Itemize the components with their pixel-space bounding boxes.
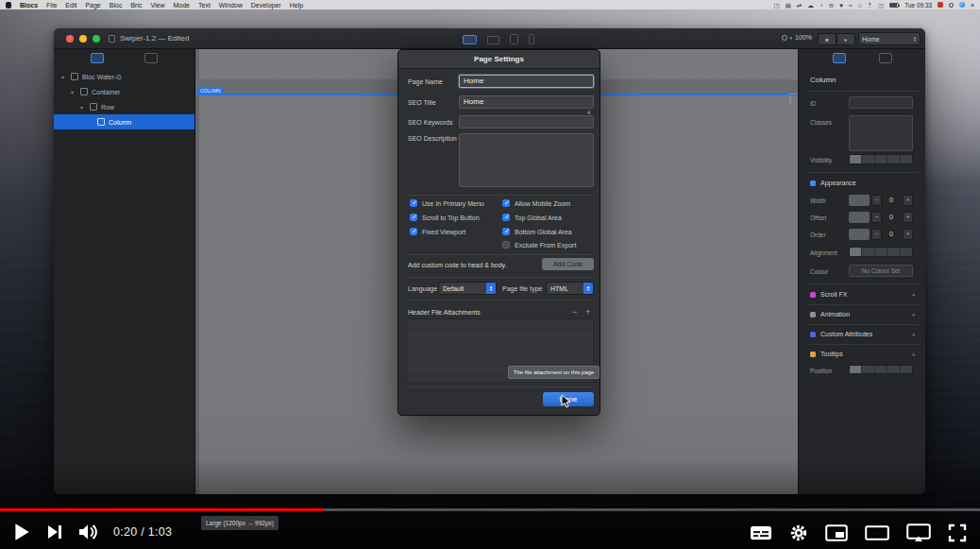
classes-input[interactable] — [849, 115, 913, 151]
checkbox-icon[interactable] — [502, 214, 510, 221]
checkbox-scroll-to-top-button[interactable]: Scroll to Top Button — [410, 214, 480, 221]
battery-icon[interactable] — [889, 3, 899, 8]
disclosure-triangle-icon[interactable]: ▾ — [61, 74, 67, 80]
tree-item-column-selected[interactable]: Column — [54, 114, 194, 129]
theater-mode-button[interactable] — [865, 524, 889, 541]
phone-breakpoint-icon[interactable] — [529, 34, 534, 44]
checkbox-icon[interactable] — [502, 228, 510, 235]
minimize-window-button[interactable] — [79, 35, 87, 43]
seo-description-textarea[interactable] — [459, 133, 594, 187]
disclosure-triangle-icon[interactable]: ▾ — [71, 89, 76, 95]
canvas-zoom-control[interactable]: ▾ 100% — [782, 34, 812, 41]
password-manager-icon[interactable] — [938, 2, 943, 8]
miniplayer-button[interactable] — [825, 524, 848, 541]
checkbox-icon[interactable] — [410, 199, 417, 207]
next-video-button[interactable] — [45, 523, 64, 541]
position-segmented-control[interactable] — [849, 365, 913, 374]
page-tab-icon[interactable] — [879, 53, 892, 63]
tooltips-section-header[interactable]: Tooltips — [810, 351, 843, 357]
cloud-icon[interactable]: ☁ — [807, 2, 814, 9]
menu-page[interactable]: Page — [85, 2, 100, 9]
do-not-disturb-icon[interactable]: ⊖ — [829, 2, 834, 9]
window-manager-icon[interactable]: ◫ — [878, 2, 884, 9]
visibility-desktop-segment[interactable] — [850, 155, 862, 163]
siri-icon[interactable] — [959, 2, 965, 8]
position-segment-2[interactable] — [862, 366, 874, 373]
checkbox-icon[interactable] — [502, 199, 510, 207]
animation-section-header[interactable]: Animation — [810, 311, 850, 317]
scroll-fx-section-header[interactable]: Scroll FX — [810, 291, 847, 298]
stats-icon[interactable]: ▤ — [786, 2, 791, 9]
custom-attributes-expand-button[interactable]: + — [911, 331, 916, 339]
offset-preset-box[interactable] — [849, 212, 870, 223]
properties-tab-icon[interactable] — [833, 53, 846, 63]
checkbox-top-global-area[interactable]: Top Global Area — [502, 214, 562, 221]
checkbox-use-in-primary-menu[interactable]: Use In Primary Menu — [410, 199, 484, 207]
align-center-segment[interactable] — [862, 248, 874, 256]
order-preset-box[interactable] — [849, 229, 870, 240]
trash-icon[interactable] — [789, 95, 791, 104]
seo-keywords-input[interactable] — [459, 115, 594, 129]
order-decrement-button[interactable]: − — [871, 229, 882, 240]
align-right-segment[interactable] — [875, 248, 887, 256]
menu-help[interactable]: Help — [290, 2, 303, 9]
remove-attachment-button[interactable]: − — [572, 307, 577, 317]
apple-menu-icon[interactable] — [6, 2, 11, 9]
colour-well[interactable]: No Colour Set — [849, 265, 913, 277]
tree-item-bloc[interactable]: ▾ Bloc Water-G — [54, 69, 194, 84]
menu-bric[interactable]: Bric — [130, 2, 142, 9]
desktop-breakpoint-icon[interactable] — [463, 35, 477, 44]
visibility-tablet-segment[interactable] — [875, 155, 887, 163]
align-bottom-segment[interactable] — [901, 248, 912, 256]
id-input[interactable] — [849, 96, 913, 109]
checkbox-icon[interactable] — [410, 228, 417, 235]
align-left-segment[interactable] — [850, 248, 862, 256]
checkbox-bottom-global-area[interactable]: Bottom Global Area — [502, 228, 572, 235]
position-segment-3[interactable] — [875, 366, 887, 373]
width-decrement-button[interactable]: − — [871, 195, 882, 206]
position-segment-1[interactable] — [850, 366, 862, 373]
width-preset-box[interactable] — [849, 195, 870, 206]
menu-bar-clock[interactable]: Tue 09:33 — [904, 2, 932, 9]
alignment-segmented-control[interactable] — [849, 247, 913, 257]
scroll-fx-expand-button[interactable]: + — [911, 291, 916, 300]
offset-increment-button[interactable]: + — [903, 212, 913, 223]
tree-item-container[interactable]: ▾ Container — [54, 84, 194, 99]
menu-view[interactable]: View — [150, 2, 164, 9]
upload-icon[interactable]: ⇡ — [868, 2, 872, 9]
position-segment-4[interactable] — [887, 366, 900, 373]
laptop-breakpoint-icon[interactable] — [487, 36, 499, 44]
menu-bloc[interactable]: Bloc — [110, 2, 123, 9]
visibility-laptop-segment[interactable] — [862, 155, 874, 163]
menu-edit[interactable]: Edit — [65, 2, 76, 9]
visibility-eye-segment[interactable] — [901, 155, 912, 163]
layers-tab-icon[interactable] — [91, 53, 104, 63]
align-top-segment[interactable] — [887, 248, 900, 256]
menu-window[interactable]: Window — [219, 2, 243, 9]
play-preview-button[interactable]: ▸ — [836, 33, 855, 45]
spotlight-icon[interactable] — [949, 3, 954, 8]
fullscreen-button[interactable] — [948, 523, 967, 542]
checkbox-icon[interactable] — [502, 241, 510, 249]
close-window-button[interactable] — [66, 35, 74, 43]
airflow-icon[interactable]: ≈ — [849, 2, 853, 9]
time-machine-icon[interactable]: ◔ — [819, 2, 823, 9]
checkbox-allow-mobile-zoom[interactable]: Allow Mobile Zoom — [502, 199, 570, 207]
menu-mode[interactable]: Mode — [174, 2, 191, 9]
menu-file[interactable]: File — [46, 2, 57, 9]
history-tab-icon[interactable] — [144, 53, 158, 63]
display-mirror-icon[interactable]: ◳ — [774, 2, 780, 9]
file-type-dropdown[interactable]: HTML ▲▼ — [546, 282, 594, 295]
page-selector-dropdown[interactable]: Home ▲▼ — [858, 32, 921, 45]
menu-developer[interactable]: Developer — [251, 2, 281, 9]
menu-text[interactable]: Text — [198, 2, 211, 9]
subtitles-button[interactable] — [750, 524, 772, 541]
health-icon[interactable]: ♥ — [839, 2, 843, 9]
checkbox-exclude-from-export[interactable]: Exclude From Export — [502, 241, 576, 249]
notification-center-icon[interactable]: ≡ — [971, 2, 974, 9]
play-button[interactable] — [11, 522, 32, 542]
sync-icon[interactable]: ⇄ — [797, 2, 802, 9]
animation-expand-button[interactable]: + — [911, 311, 916, 319]
disclosure-triangle-icon[interactable]: ▾ — [80, 104, 86, 111]
stop-preview-button[interactable]: ■ — [818, 33, 836, 45]
